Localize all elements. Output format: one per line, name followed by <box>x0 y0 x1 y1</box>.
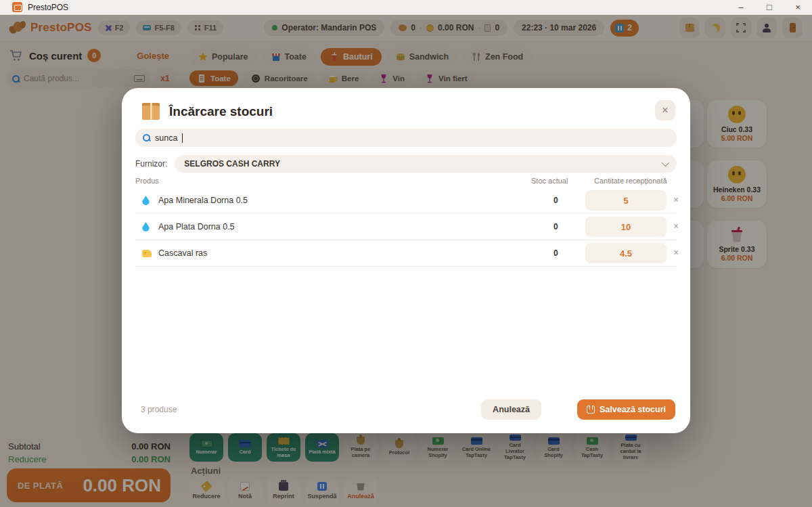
stock-row: Apa Minerala Dorna 0.5 0 5 × <box>135 188 677 214</box>
modal-search-input[interactable]: sunca <box>135 129 677 147</box>
product-count: 3 produse <box>141 405 177 414</box>
supplier-select[interactable]: SELGROS CASH CARRY <box>175 155 677 173</box>
stock-load-modal: Încărcare stocuri × sunca Furnizor: SELG… <box>122 88 690 433</box>
water-drop-icon <box>142 196 150 205</box>
row-remove-button[interactable]: × <box>673 247 679 258</box>
cheese-icon <box>142 250 152 257</box>
maximize-button[interactable]: □ <box>755 0 784 14</box>
col-stock: Stoc actual <box>531 177 568 185</box>
os-titlebar: PrestoPOS – □ × <box>0 0 812 15</box>
supplier-label: Furnizor: <box>135 159 167 169</box>
window-title: PrestoPOS <box>28 3 68 12</box>
row-qty-input[interactable]: 5 <box>585 190 667 211</box>
water-drop-icon <box>142 222 150 232</box>
app-window: PrestoPOS – □ × PrestoPOS F2 F5-F8 F11 O… <box>0 0 812 507</box>
row-product-name: Apa Minerala Dorna 0.5 <box>158 196 248 205</box>
stock-row: Cascaval ras 0 4.5 × <box>135 240 677 267</box>
modal-title: Încărcare stocuri <box>169 104 273 119</box>
row-stock-value: 0 <box>554 222 558 232</box>
save-label: Salvează stocuri <box>600 405 666 414</box>
modal-close-button[interactable]: × <box>655 100 675 120</box>
app-icon <box>12 2 22 12</box>
modal-search-value: sunca <box>155 133 177 143</box>
cancel-button[interactable]: Anulează <box>481 399 541 420</box>
stock-row: Apa Plata Dorna 0.5 0 10 × <box>135 214 677 240</box>
row-remove-button[interactable]: × <box>673 221 679 232</box>
row-stock-value: 0 <box>554 196 558 205</box>
search-icon <box>143 134 150 141</box>
row-qty-input[interactable]: 10 <box>585 217 667 237</box>
supplier-value: SELGROS CASH CARRY <box>184 159 280 169</box>
row-qty-input[interactable]: 4.5 <box>585 243 667 263</box>
save-stocks-button[interactable]: Salvează stocuri <box>577 399 675 420</box>
col-qty: Cantitate recepționată <box>594 177 667 185</box>
row-product-name: Apa Plata Dorna 0.5 <box>158 222 235 232</box>
chevron-down-icon <box>662 159 669 167</box>
row-stock-value: 0 <box>554 248 558 258</box>
row-product-name: Cascaval ras <box>158 248 207 258</box>
row-remove-button[interactable]: × <box>673 194 679 205</box>
col-product: Produs <box>135 177 159 185</box>
minimize-button[interactable]: – <box>727 0 755 14</box>
package-icon <box>141 102 161 122</box>
close-window-button[interactable]: × <box>784 0 812 14</box>
save-box-icon <box>587 405 595 414</box>
text-caret <box>182 133 183 143</box>
